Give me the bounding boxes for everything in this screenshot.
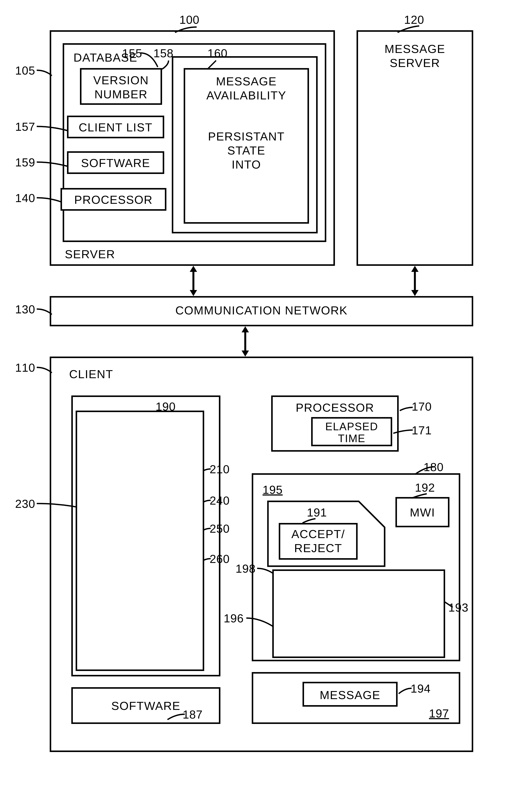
ref-140: 140	[15, 191, 35, 205]
client-database-inner	[76, 411, 204, 671]
ref-230: 230	[15, 497, 35, 510]
leader-158	[160, 58, 173, 71]
msg-avail-l2: AVAILABILITY	[184, 89, 309, 102]
persist-l2: STATE	[184, 144, 309, 157]
leader-160	[205, 58, 221, 71]
server-software-label: SOFTWARE	[67, 156, 164, 170]
client-label: CLIENT	[69, 367, 113, 381]
persist-l3: INTO	[184, 158, 309, 171]
svg-marker-5	[411, 290, 419, 296]
message-label: MESSAGE	[303, 688, 398, 702]
ref-197: 197	[429, 707, 449, 720]
inner-group-198-196	[272, 569, 445, 658]
ref-195: 195	[263, 483, 283, 496]
leader-180	[413, 463, 436, 476]
leader-105	[35, 67, 54, 78]
leader-194	[397, 685, 414, 696]
accept-reject-l1: ACCEPT/	[279, 527, 358, 541]
accept-reject-l2: REJECT	[279, 541, 358, 555]
persist-l1: PERSISTANT	[184, 130, 309, 143]
leader-171b	[391, 427, 415, 435]
elapsed-time-l1: ELAPSED	[311, 420, 392, 433]
arrow-msgserver-network	[410, 266, 420, 296]
svg-marker-1	[190, 266, 197, 272]
ref-198: 198	[235, 562, 255, 575]
arrow-server-network	[188, 266, 199, 296]
ref-158: 158	[153, 46, 173, 60]
leader-159	[35, 159, 69, 170]
server-label: SERVER	[65, 247, 115, 261]
comm-network-label: COMMUNICATION NETWORK	[50, 304, 473, 317]
client-list-label: CLIENT LIST	[67, 120, 164, 134]
svg-marker-7	[242, 326, 249, 332]
client-processor-label: PROCESSOR	[271, 401, 399, 414]
leader-157	[35, 123, 69, 134]
server-processor-label: PROCESSOR	[60, 193, 166, 206]
arrow-network-client	[240, 326, 251, 357]
svg-marker-8	[242, 350, 249, 357]
leader-120	[395, 24, 421, 35]
leader-191	[300, 516, 320, 525]
svg-marker-4	[411, 266, 419, 272]
version-number-l1: VERSION	[80, 74, 162, 87]
ref-105: 105	[15, 64, 35, 77]
ref-110: 110	[15, 361, 35, 374]
msg-avail-l1: MESSAGE	[184, 75, 309, 88]
ref-130: 130	[15, 303, 35, 316]
mwi-label: MWI	[395, 506, 450, 519]
message-server-l2: SERVER	[357, 56, 473, 70]
ref-157: 157	[15, 120, 35, 133]
elapsed-time-l2: TIME	[311, 432, 392, 445]
version-number-l2: NUMBER	[80, 88, 162, 101]
leader-130	[35, 306, 54, 317]
leader-110	[35, 364, 54, 375]
leader-100	[173, 24, 201, 35]
leader-187	[165, 711, 187, 722]
ref-196: 196	[224, 612, 244, 625]
ref-160: 160	[207, 46, 228, 60]
leader-170	[398, 404, 415, 413]
message-server-l1: MESSAGE	[357, 42, 473, 56]
leader-192	[410, 492, 431, 500]
ref-159: 159	[15, 156, 35, 169]
svg-marker-2	[190, 290, 197, 296]
leader-140	[35, 194, 63, 205]
